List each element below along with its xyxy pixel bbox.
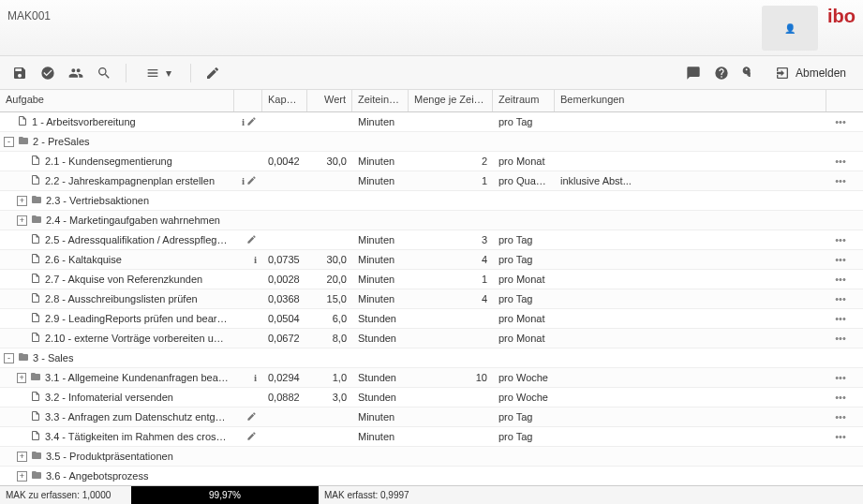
- task-cell[interactable]: 3.3 - Anfragen zum Datenschutz entgegenn…: [0, 410, 234, 423]
- task-cell[interactable]: +2.4 - Marketingaufgaben wahrnehmen: [0, 214, 234, 227]
- task-cell[interactable]: -2 - PreSales: [0, 135, 234, 148]
- document-icon: [30, 430, 41, 443]
- menge-cell: 10: [409, 372, 493, 383]
- col-kap[interactable]: Kapazität: [262, 90, 307, 111]
- chat-button[interactable]: [681, 61, 706, 85]
- task-cell[interactable]: -3 - Sales: [0, 351, 234, 364]
- table-row[interactable]: 2.9 - LeadingReports prüfen und bearbeit…: [0, 309, 863, 329]
- task-cell[interactable]: +2.3 - Vertriebsaktionen: [0, 194, 234, 207]
- icons-cell: i: [234, 175, 262, 187]
- document-icon: [30, 233, 41, 246]
- row-menu[interactable]: •••: [826, 234, 855, 245]
- toggle-icon[interactable]: -: [4, 137, 14, 147]
- table-row[interactable]: 3.3 - Anfragen zum Datenschutz entgegenn…: [0, 408, 863, 427]
- table-row[interactable]: +3.6 - Angebotsprozess: [0, 467, 863, 483]
- row-menu[interactable]: •••: [826, 313, 855, 324]
- row-menu[interactable]: •••: [826, 392, 855, 403]
- task-cell[interactable]: 2.9 - LeadingReports prüfen und bearbeit…: [0, 312, 234, 325]
- info-icon[interactable]: i: [242, 175, 245, 186]
- toggle-icon[interactable]: +: [17, 471, 27, 482]
- row-menu[interactable]: •••: [826, 274, 855, 285]
- col-menge[interactable]: Menge je Zeitra...: [409, 90, 493, 111]
- task-cell[interactable]: 1 - Arbeitsvorbereitung: [0, 115, 234, 128]
- list-dropdown[interactable]: ▾: [136, 61, 181, 85]
- task-cell[interactable]: 2.10 - externe Vorträge vorbereiten und …: [0, 332, 234, 345]
- row-menu[interactable]: •••: [826, 254, 855, 265]
- row-menu[interactable]: •••: [826, 431, 855, 442]
- table-row[interactable]: +2.3 - Vertriebsaktionen: [0, 191, 863, 211]
- table-row[interactable]: 2.5 - Adressqualifikation / Adresspflege…: [0, 230, 863, 250]
- edit-icon[interactable]: [246, 116, 257, 128]
- toggle-icon[interactable]: -: [4, 353, 14, 363]
- task-cell[interactable]: 2.7 - Akquise von Referenzkunden: [0, 273, 234, 286]
- task-cell[interactable]: 2.2 - Jahreskampagnenplan erstellen: [0, 174, 234, 187]
- users-button[interactable]: [64, 61, 88, 85]
- zr-cell: pro Monat: [493, 333, 555, 344]
- zr-cell: pro Tag: [493, 234, 555, 245]
- document-icon: [30, 253, 41, 266]
- task-cell[interactable]: +3.6 - Angebotsprozess: [0, 469, 234, 482]
- table-row[interactable]: 2.2 - Jahreskampagnenplan erstelleniMinu…: [0, 171, 863, 191]
- toggle-icon[interactable]: +: [17, 196, 27, 206]
- table-row[interactable]: 3.2 - Infomaterial versenden0,08823,0Stu…: [0, 388, 863, 408]
- col-task[interactable]: Aufgabe: [0, 90, 234, 111]
- row-menu[interactable]: •••: [826, 372, 855, 383]
- task-cell[interactable]: +3.1 - Allgemeine Kundenanfragen bearbei…: [0, 371, 234, 384]
- table-row[interactable]: 2.6 - Kaltakquisei0,073530,0Minuten4pro …: [0, 250, 863, 270]
- info-icon[interactable]: i: [242, 116, 245, 127]
- table-row[interactable]: +2.4 - Marketingaufgaben wahrnehmen: [0, 211, 863, 230]
- table-row[interactable]: -2 - PreSales: [0, 132, 863, 152]
- table-row[interactable]: 2.7 - Akquise von Referenzkunden0,002820…: [0, 270, 863, 289]
- row-menu[interactable]: •••: [826, 293, 855, 304]
- table-row[interactable]: 1 - ArbeitsvorbereitungiMinutenpro Tag••…: [0, 112, 863, 132]
- row-menu[interactable]: •••: [826, 175, 855, 186]
- task-cell[interactable]: 3.2 - Infomaterial versenden: [0, 391, 234, 404]
- table-row[interactable]: 3.4 - Tätigkeiten im Rahmen des cross-se…: [0, 427, 863, 447]
- kap-cell: 0,0882: [262, 392, 307, 403]
- row-menu[interactable]: •••: [826, 156, 855, 167]
- zr-cell: pro Woche: [493, 372, 555, 383]
- toggle-icon[interactable]: +: [17, 373, 26, 383]
- table-body[interactable]: 1 - ArbeitsvorbereitungiMinutenpro Tag••…: [0, 112, 863, 483]
- zr-cell: pro Woche: [493, 392, 555, 403]
- task-cell[interactable]: 3.4 - Tätigkeiten im Rahmen des cross-se…: [0, 430, 234, 443]
- key-button[interactable]: [737, 61, 762, 85]
- task-cell[interactable]: 2.1 - Kundensegmentierung: [0, 155, 234, 168]
- toggle-icon[interactable]: +: [17, 452, 27, 462]
- table-row[interactable]: +3.5 - Produktpräsentationen: [0, 447, 863, 467]
- row-menu[interactable]: •••: [826, 411, 855, 422]
- task-cell[interactable]: 2.6 - Kaltakquise: [0, 253, 234, 266]
- edit-icon[interactable]: [246, 411, 257, 423]
- wert-cell: 15,0: [307, 293, 352, 304]
- row-menu[interactable]: •••: [826, 333, 855, 344]
- separator: [126, 64, 126, 82]
- wert-cell: 8,0: [307, 333, 352, 344]
- table-row[interactable]: 2.1 - Kundensegmentierung0,004230,0Minut…: [0, 152, 863, 171]
- row-menu[interactable]: •••: [826, 116, 855, 127]
- col-wert[interactable]: Wert: [307, 90, 352, 111]
- header: MAK001 👤 ibo: [0, 0, 863, 56]
- edit-icon[interactable]: [246, 175, 257, 187]
- task-cell[interactable]: 2.5 - Adressqualifikation / Adresspflege…: [0, 233, 234, 246]
- edit-icon[interactable]: [246, 234, 257, 246]
- task-cell[interactable]: 2.8 - Ausschreibungslisten prüfen: [0, 292, 234, 305]
- logout-button[interactable]: Abmelden: [766, 61, 856, 85]
- col-zr[interactable]: Zeitraum: [493, 90, 555, 111]
- edit-button[interactable]: [201, 61, 225, 85]
- help-button[interactable]: [709, 61, 734, 85]
- info-icon[interactable]: i: [254, 254, 257, 265]
- edit-icon[interactable]: [246, 431, 257, 443]
- search-button[interactable]: [92, 61, 116, 85]
- col-ze[interactable]: Zeiteinheit: [352, 90, 409, 111]
- document-icon: [30, 292, 41, 305]
- toggle-icon[interactable]: +: [17, 215, 27, 226]
- table-row[interactable]: 2.8 - Ausschreibungslisten prüfen0,03681…: [0, 289, 863, 309]
- info-icon[interactable]: i: [254, 372, 257, 383]
- task-cell[interactable]: +3.5 - Produktpräsentationen: [0, 450, 234, 463]
- approve-button[interactable]: [36, 61, 60, 85]
- col-bem[interactable]: Bemerkungen: [555, 90, 826, 111]
- table-row[interactable]: 2.10 - externe Vorträge vorbereiten und …: [0, 329, 863, 348]
- save-button[interactable]: [7, 61, 32, 85]
- table-row[interactable]: -3 - Sales: [0, 348, 863, 368]
- table-row[interactable]: +3.1 - Allgemeine Kundenanfragen bearbei…: [0, 368, 863, 388]
